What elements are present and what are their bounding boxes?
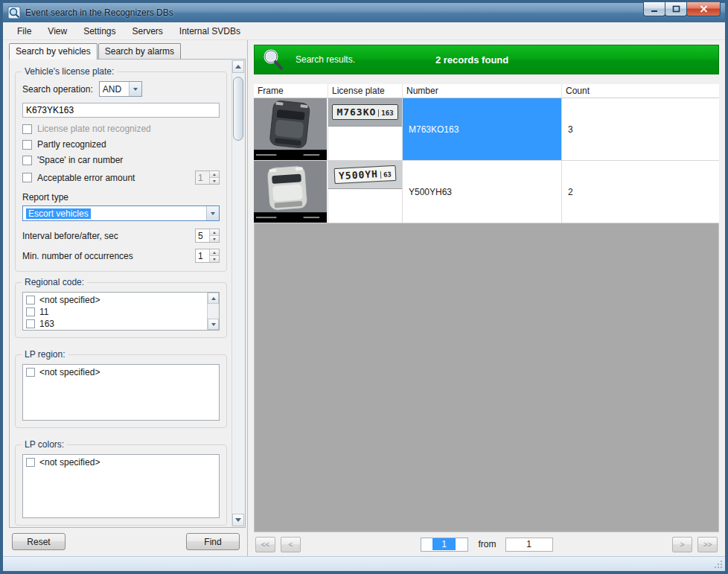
error-amount-value: 1	[196, 171, 209, 184]
scrollbar-thumb[interactable]	[233, 77, 243, 141]
app-window: Event search in the Recognizers DBs File…	[0, 0, 728, 574]
error-amount-spinner[interactable]: 1	[195, 170, 220, 185]
find-button[interactable]: Find	[186, 533, 240, 550]
interval-label: Interval before/after, sec	[22, 231, 118, 241]
occurrences-label: Min. number of occurrences	[22, 251, 133, 261]
results-panel: Search results. 2 records found Frame Li…	[247, 40, 725, 556]
scroll-up-icon[interactable]	[232, 60, 244, 73]
number-cell-selected[interactable]: M763KO163	[403, 98, 562, 160]
panel-scrollbar[interactable]	[232, 60, 244, 526]
list-item[interactable]: 11	[25, 306, 205, 318]
results-table: Frame License plate Number Count	[254, 84, 719, 223]
table-row: Y500YH 63 Y500YH63 2	[254, 161, 719, 223]
total-pages-box: 1	[505, 538, 553, 552]
menu-servers[interactable]: Servers	[124, 22, 171, 39]
title-bar: Event search in the Recognizers DBs	[3, 3, 725, 22]
minimize-button[interactable]	[643, 2, 665, 16]
checkbox-lp-colors-not-specified[interactable]	[26, 458, 35, 467]
lp-colors-group: LP colors: <not specified>	[15, 444, 227, 526]
interval-value: 5	[196, 229, 209, 242]
column-header-license-plate[interactable]: License plate	[328, 84, 403, 98]
number-cell[interactable]: Y500YH63	[403, 161, 562, 223]
spin-down-icon[interactable]	[210, 236, 219, 242]
list-item[interactable]: <not specified>	[25, 366, 217, 378]
list-item[interactable]: <not specified>	[25, 294, 205, 306]
reset-button[interactable]: Reset	[12, 533, 66, 550]
table-row: М763КО 163 M763KO163 3	[254, 98, 719, 161]
checkbox-partly-recognized[interactable]	[22, 140, 32, 150]
list-scrollbar[interactable]	[207, 293, 219, 330]
spin-down-icon[interactable]	[210, 256, 219, 262]
next-page-button[interactable]: >	[672, 537, 692, 552]
tab-strip: Search by vehicles Search by alarms	[9, 43, 246, 59]
pagination-bar: << < 1 from 1 > >>	[254, 532, 719, 556]
previous-page-button[interactable]: <	[281, 537, 301, 552]
checkbox-regional-not-specified[interactable]	[26, 296, 35, 304]
scroll-up-icon[interactable]	[208, 293, 219, 304]
menu-settings[interactable]: Settings	[75, 22, 124, 39]
maximize-button[interactable]	[665, 2, 687, 16]
scroll-down-icon[interactable]	[208, 319, 219, 330]
count-cell[interactable]: 2	[562, 161, 719, 223]
scroll-down-icon[interactable]	[232, 514, 244, 526]
last-page-button[interactable]: >>	[697, 537, 718, 552]
checkbox-regional-163[interactable]	[26, 319, 35, 328]
report-type-combobox[interactable]: Escort vehicles	[22, 205, 220, 221]
frame-cell[interactable]	[254, 161, 328, 223]
license-plate-cell[interactable]: Y500YH 63	[328, 161, 403, 223]
lp-colors-list[interactable]: <not specified>	[22, 454, 220, 518]
search-operation-value: AND	[103, 84, 121, 95]
column-header-count[interactable]: Count	[562, 84, 719, 98]
window-title: Event search in the Recognizers DBs	[25, 7, 173, 18]
first-page-button[interactable]: <<	[255, 537, 275, 552]
close-icon	[700, 5, 708, 13]
resize-grip[interactable]	[714, 560, 724, 570]
license-plate-photo: М763КО 163	[328, 98, 402, 127]
chevron-down-icon[interactable]	[129, 82, 141, 96]
list-item[interactable]: 163	[25, 318, 205, 330]
vehicle-photo	[254, 98, 327, 160]
column-header-number[interactable]: Number	[403, 84, 562, 98]
checkbox-space-in-number[interactable]	[22, 156, 32, 165]
column-header-frame[interactable]: Frame	[254, 84, 328, 98]
regional-code-group: Regional code: <not specified> 11 163	[15, 282, 227, 338]
menu-bar: File View Settings Servers Internal SVDB…	[3, 22, 725, 40]
regional-code-list[interactable]: <not specified> 11 163	[22, 292, 220, 331]
occurrences-value: 1	[196, 249, 209, 262]
search-panel: Search by vehicles Search by alarms Vehi…	[3, 40, 247, 556]
list-item[interactable]: <not specified>	[25, 456, 217, 468]
checkbox-regional-11[interactable]	[26, 307, 35, 316]
checkbox-error-amount[interactable]	[22, 173, 32, 182]
license-plate-cell[interactable]: М763КО 163	[328, 98, 403, 160]
lp-region-list[interactable]: <not specified>	[22, 364, 220, 421]
lp-region-group-title: LP region:	[22, 349, 68, 360]
status-bar	[3, 556, 725, 571]
checkbox-partly-recognized-label: Partly recognized	[37, 139, 106, 150]
interval-spinner[interactable]: 5	[195, 229, 220, 243]
occurrences-spinner[interactable]: 1	[195, 249, 220, 263]
spin-up-icon[interactable]	[210, 229, 219, 236]
tab-search-by-vehicles[interactable]: Search by vehicles	[9, 43, 98, 60]
license-plate-group-title: Vehicle's license plate:	[22, 66, 117, 77]
results-status-text: Search results.	[296, 54, 355, 65]
spin-down-icon[interactable]	[210, 178, 219, 184]
checkbox-plate-not-recognized[interactable]	[22, 124, 32, 134]
page-number-input[interactable]: 1	[421, 538, 468, 552]
spin-up-icon[interactable]	[210, 249, 219, 256]
license-plate-input[interactable]	[22, 103, 220, 118]
menu-view[interactable]: View	[39, 22, 75, 39]
search-operation-combobox[interactable]: AND	[99, 81, 142, 97]
menu-file[interactable]: File	[9, 22, 39, 39]
tab-search-by-alarms[interactable]: Search by alarms	[98, 43, 181, 59]
menu-internal-svdbs[interactable]: Internal SVDBs	[171, 22, 249, 39]
count-cell[interactable]: 3	[562, 98, 719, 160]
lp-colors-group-title: LP colors:	[22, 439, 67, 450]
chevron-down-icon[interactable]	[206, 206, 219, 220]
checkbox-plate-not-recognized-label: License plate not recognized	[37, 124, 151, 134]
lp-region-group: LP region: <not specified>	[15, 354, 227, 428]
frame-cell[interactable]	[254, 98, 328, 160]
checkbox-lp-region-not-specified[interactable]	[26, 368, 35, 377]
search-form-panel: Vehicle's license plate: Search operatio…	[9, 59, 246, 528]
close-button[interactable]	[686, 2, 721, 16]
spin-up-icon[interactable]	[210, 171, 219, 178]
